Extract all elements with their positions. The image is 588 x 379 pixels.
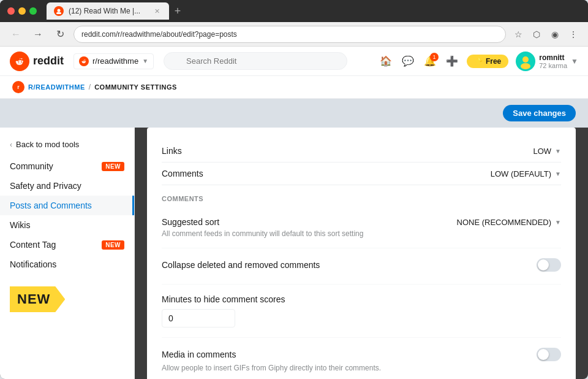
free-button[interactable]: ⭐ Free <box>467 55 508 68</box>
svg-point-4 <box>522 56 529 63</box>
breadcrumb-subreddit-icon: r <box>12 81 24 93</box>
new-tab-button[interactable]: + <box>169 2 186 20</box>
comments-dropdown[interactable]: LOW (DEFAULT) ▼ <box>491 169 561 178</box>
collapse-deleted-toggle[interactable] <box>537 258 561 272</box>
bell-icon[interactable]: 🔔 1 <box>423 54 437 69</box>
minutes-hide-title: Minutes to hide comment scores <box>162 294 561 304</box>
back-button[interactable]: ← <box>7 26 24 43</box>
comments-chevron-icon: ▼ <box>555 170 561 177</box>
links-chevron-icon: ▼ <box>555 148 561 155</box>
comments-section-label: COMMENTS <box>162 185 561 207</box>
new-banner-shape: NEW <box>10 286 65 312</box>
breadcrumb-separator: / <box>89 83 91 91</box>
collapse-deleted-block: Collapse deleted and removed comments <box>162 248 561 285</box>
sidebar-item-safety[interactable]: Safety and Privacy <box>0 176 134 196</box>
subreddit-chevron-icon: ▼ <box>142 58 148 64</box>
bookmark-icon[interactable]: ☆ <box>511 27 526 42</box>
add-icon[interactable]: ➕ <box>445 54 459 69</box>
reddit-logo[interactable]: reddit <box>10 52 64 71</box>
tab-favicon <box>54 6 64 16</box>
browser-tabs: (12) Read With Me |... ✕ + <box>47 2 581 20</box>
suggested-sort-block: Suggested sort NONE (RECOMMENDED) ▼ All … <box>162 207 561 248</box>
media-in-comments-block: Media in comments Allow people to insert… <box>162 338 561 379</box>
collapse-deleted-title: Collapse deleted and removed comments <box>162 260 320 270</box>
breadcrumb-page: COMMUNITY SETTINGS <box>94 83 177 91</box>
back-to-mod-link[interactable]: ‹ Back to mod tools <box>0 135 134 156</box>
notification-badge: 1 <box>430 53 439 61</box>
home-icon[interactable]: 🏠 <box>379 54 393 69</box>
content-tag-new-badge: NEW <box>102 240 124 250</box>
sidebar-safety-label: Safety and Privacy <box>10 181 81 191</box>
chat-icon[interactable]: 💬 <box>401 54 415 69</box>
subreddit-icon <box>79 56 89 66</box>
sidebar-item-posts[interactable]: Posts and Comments <box>0 196 134 215</box>
address-bar[interactable]: reddit.com/r/readwithme/about/edit?page=… <box>74 26 506 43</box>
new-feature-banner: NEW <box>10 286 124 312</box>
sidebar-notifications-label: Notifications <box>10 259 56 269</box>
comments-label: Comments <box>162 169 203 178</box>
sidebar-item-community[interactable]: Community NEW <box>0 156 134 176</box>
sidebar-posts-label: Posts and Comments <box>10 201 92 210</box>
search-wrapper: 🔍 <box>164 52 347 70</box>
user-info[interactable]: romnitt 72 karma ▼ <box>516 52 578 71</box>
close-window-btn[interactable] <box>7 7 15 15</box>
sidebar-item-content-tag[interactable]: Content Tag NEW <box>0 235 134 255</box>
sidebar-community-label: Community <box>10 161 53 171</box>
sidebar-item-wikis[interactable]: Wikis <box>0 215 134 235</box>
suggested-sort-value: NONE (RECOMMENDED) <box>457 218 552 227</box>
username-label: romnitt <box>539 53 567 62</box>
minutes-hide-input[interactable] <box>162 309 235 327</box>
main-settings-content: Links LOW ▼ Comments LOW (DEFAULT) ▼ <box>135 128 588 379</box>
profile-icon[interactable]: ◉ <box>548 27 562 42</box>
action-row: Save changes <box>0 99 588 128</box>
links-label: Links <box>162 146 182 156</box>
media-in-comments-toggle[interactable] <box>537 348 561 361</box>
browser-titlebar: (12) Read With Me |... ✕ + <box>0 0 588 22</box>
reddit-header: reddit r/readwithme ▼ 🔍 🏠 💬 🔔 1 <box>0 47 588 76</box>
window-controls <box>7 7 37 15</box>
links-dropdown[interactable]: LOW ▼ <box>533 147 561 156</box>
settings-card: Links LOW ▼ Comments LOW (DEFAULT) ▼ <box>147 128 576 379</box>
reddit-icon <box>10 52 29 71</box>
back-arrow-icon: ‹ <box>10 140 12 149</box>
breadcrumb-subreddit[interactable]: R/READWITHME <box>28 83 85 91</box>
sidebar-wikis-label: Wikis <box>10 220 30 230</box>
user-chevron-icon: ▼ <box>571 57 578 66</box>
sidebar-content-tag-label: Content Tag <box>10 240 56 250</box>
extensions-icon[interactable]: ⬡ <box>529 27 544 42</box>
subreddit-breadcrumb: r R/READWITHME / COMMUNITY SETTINGS <box>0 76 588 99</box>
active-tab[interactable]: (12) Read With Me |... ✕ <box>47 2 169 20</box>
suggested-sort-title: Suggested sort <box>162 217 219 227</box>
tab-title: (12) Read With Me |... <box>69 7 140 15</box>
reload-button[interactable]: ↻ <box>51 26 69 43</box>
content-area: Save changes ‹ Back to mod tools Communi… <box>0 99 588 379</box>
search-input[interactable] <box>164 52 347 70</box>
toolbar-icons: ☆ ⬡ ◉ ⋮ <box>511 27 581 42</box>
suggested-sort-chevron-icon: ▼ <box>555 219 561 226</box>
browser-toolbar: ← → ↻ reddit.com/r/readwithme/about/edit… <box>0 22 588 47</box>
svg-point-0 <box>58 9 61 12</box>
maximize-window-btn[interactable] <box>29 7 37 15</box>
settings-sidebar: ‹ Back to mod tools Community NEW Safety… <box>0 128 135 379</box>
minimize-window-btn[interactable] <box>18 7 26 15</box>
minutes-hide-block: Minutes to hide comment scores <box>162 285 561 338</box>
header-actions: 🏠 💬 🔔 1 ➕ ⭐ Free romnitt <box>379 52 578 71</box>
comments-value: LOW (DEFAULT) <box>491 169 551 178</box>
suggested-sort-header: Suggested sort NONE (RECOMMENDED) ▼ <box>162 217 561 227</box>
user-details: romnitt 72 karma <box>539 53 567 69</box>
forward-button[interactable]: → <box>29 26 47 43</box>
split-layout: ‹ Back to mod tools Community NEW Safety… <box>0 128 588 379</box>
more-options-icon[interactable]: ⋮ <box>566 27 581 42</box>
url-text: reddit.com/r/readwithme/about/edit?page=… <box>81 30 237 39</box>
media-in-comments-title: Media in comments <box>162 350 236 359</box>
suggested-sort-dropdown[interactable]: NONE (RECOMMENDED) ▼ <box>457 218 561 227</box>
reddit-wordmark: reddit <box>33 55 64 67</box>
media-in-comments-desc: Allow people to insert GIFs from Giphy d… <box>162 364 561 372</box>
tab-close-btn[interactable]: ✕ <box>152 6 162 16</box>
new-banner-text: NEW <box>17 291 50 307</box>
subreddit-selector[interactable]: r/readwithme ▼ <box>74 53 154 69</box>
sidebar-item-notifications[interactable]: Notifications <box>0 255 134 274</box>
save-changes-button[interactable]: Save changes <box>503 105 576 121</box>
subreddit-selector-label: r/readwithme <box>92 56 138 66</box>
svg-point-1 <box>56 12 61 15</box>
